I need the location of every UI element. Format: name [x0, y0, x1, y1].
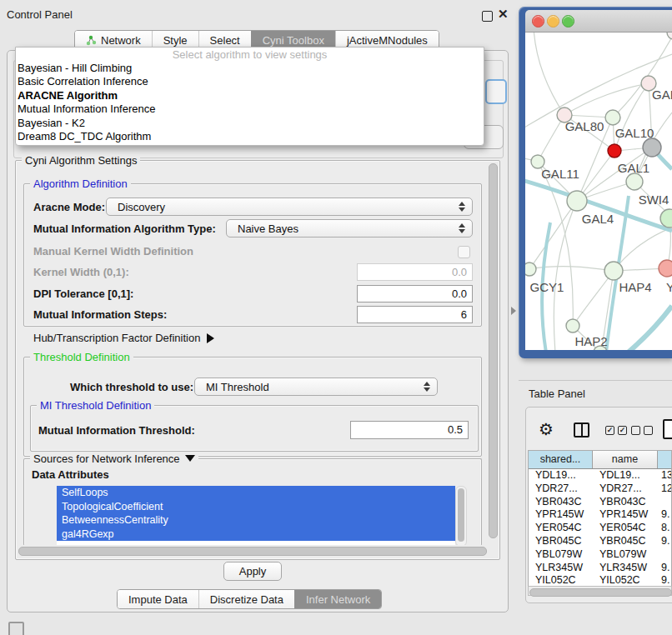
- algorithm-option[interactable]: Basic Correlation Inference: [16, 75, 484, 88]
- attribute-list-item[interactable]: BetweennessCentrality: [57, 513, 455, 528]
- scrollbar-thumb[interactable]: [489, 163, 498, 538]
- apply-button[interactable]: Apply: [223, 562, 282, 581]
- aracne-mode-select[interactable]: Discovery: [106, 198, 473, 216]
- node-table: shared...nameA YDL19...YDL19...13YDR27..…: [528, 450, 672, 586]
- tab-label: Cyni Toolbox: [263, 34, 324, 47]
- column-header[interactable]: shared...: [529, 451, 593, 468]
- float-panel-icon[interactable]: [482, 11, 493, 22]
- kernel-width-field[interactable]: 0.0: [357, 263, 473, 281]
- table-row[interactable]: YBR043CYBR043C: [529, 496, 671, 509]
- close-window-icon[interactable]: [532, 15, 544, 28]
- network-node-gal4[interactable]: [567, 191, 587, 211]
- split-columns-icon[interactable]: [574, 422, 589, 438]
- attributes-list-scrollbar[interactable]: [455, 486, 467, 547]
- dpi-tolerance-field[interactable]: 0.0: [357, 285, 473, 302]
- minimized-panel-icon[interactable]: [8, 622, 24, 635]
- mi-steps-field[interactable]: 6: [357, 306, 473, 323]
- table-row[interactable]: YBR045CYBR045C9.: [529, 535, 671, 548]
- network-window-titlebar[interactable]: [525, 10, 672, 32]
- network-node-gcy1[interactable]: [525, 262, 536, 276]
- network-edge[interactable]: [613, 34, 672, 118]
- table-cell: YLR345W: [593, 562, 658, 575]
- tab-label: Style: [163, 34, 188, 47]
- refresh-button-partial[interactable]: [485, 79, 507, 104]
- table-cell: [658, 496, 672, 509]
- network-node-hap4[interactable]: [604, 262, 623, 280]
- table-horizontal-scrollbar[interactable]: [528, 586, 672, 596]
- network-node[interactable]: [667, 32, 672, 39]
- splitter-arrow-icon[interactable]: [511, 307, 516, 315]
- network-edge[interactable]: [534, 32, 564, 115]
- sources-group-title[interactable]: Sources for Network Inference: [30, 452, 198, 465]
- data-attributes-list: SelfLoopsTopologicalCoefficientBetweenne…: [57, 486, 455, 545]
- network-node[interactable]: [643, 138, 661, 157]
- table-row[interactable]: YDR27...YDR27...12: [529, 482, 671, 496]
- application-window: Control Panel ✕ Network Style Select Cyn…: [0, 0, 672, 635]
- which-threshold-select[interactable]: MI Threshold: [194, 378, 438, 396]
- tab-label: Impute Data: [128, 593, 188, 606]
- algorithm-option[interactable]: Bayesian - Hill Climbing: [16, 62, 484, 75]
- algorithm-option[interactable]: ARACNE Algorithm: [16, 89, 484, 102]
- table-row[interactable]: YIL052CYIL052C9.: [529, 574, 671, 586]
- close-panel-icon[interactable]: ✕: [498, 7, 509, 22]
- table-row[interactable]: YBL079WYBL079W: [529, 548, 671, 562]
- algorithm-option[interactable]: Dream8 DC_TDC Algorithm: [16, 130, 484, 143]
- tab-impute-data[interactable]: Impute Data: [118, 590, 198, 608]
- manual-kernel-checkbox[interactable]: [458, 246, 470, 258]
- minimize-window-icon[interactable]: [547, 15, 559, 28]
- table-cell: YDL19...: [529, 469, 593, 482]
- combo-stepper-icon: [458, 202, 465, 212]
- table-row[interactable]: YLR345WYLR345W9.: [529, 562, 671, 575]
- which-threshold-value: MI Threshold: [195, 381, 423, 393]
- network-edge[interactable]: [573, 271, 614, 326]
- table-row[interactable]: YPR145WYPR145W9.: [529, 508, 671, 522]
- node-label: Y: [666, 280, 672, 294]
- network-node-gal1[interactable]: [626, 173, 643, 190]
- mi-threshold-field[interactable]: 0.5: [350, 421, 469, 439]
- attribute-list-item[interactable]: SelfLoops: [57, 486, 455, 500]
- settings-horizontal-scrollbar[interactable]: [17, 545, 497, 556]
- network-edge[interactable]: [564, 83, 649, 115]
- tab-label: Network: [101, 34, 141, 47]
- mi-type-value: Naive Bayes: [227, 222, 458, 235]
- table-cell: YIL052C: [593, 574, 658, 586]
- hub-definition-toggle[interactable]: Hub/Transcription Factor Definition: [33, 332, 214, 344]
- combo-stepper-icon: [458, 223, 465, 233]
- network-node-y[interactable]: [659, 260, 672, 277]
- bottom-tabbar: Impute Data Discretize Data Infer Networ…: [117, 589, 382, 609]
- network-node-hap2[interactable]: [566, 319, 579, 332]
- mi-type-select[interactable]: Naive Bayes: [226, 219, 473, 238]
- tab-label: Select: [210, 34, 240, 47]
- column-header[interactable]: name: [593, 451, 658, 468]
- tab-label: Infer Network: [306, 593, 370, 606]
- scrollbar-thumb[interactable]: [529, 588, 672, 597]
- network-node-gal10[interactable]: [605, 110, 620, 125]
- table-cell: [658, 548, 672, 562]
- settings-vertical-scrollbar[interactable]: [487, 162, 498, 543]
- algorithm-option[interactable]: Mutual Information Inference: [16, 102, 484, 116]
- checked-checkbox-pair-icon[interactable]: ✓✓: [605, 426, 627, 435]
- node-label: GCY1: [530, 280, 564, 294]
- network-node-swi4[interactable]: [660, 209, 672, 228]
- network-node[interactable]: [608, 144, 621, 158]
- document-icon[interactable]: [663, 419, 672, 439]
- node-label: SWI4: [639, 192, 669, 207]
- unchecked-checkbox-pair-icon[interactable]: [631, 426, 653, 435]
- scrollbar-thumb[interactable]: [18, 547, 487, 556]
- collapsed-arrow-icon: [207, 333, 214, 343]
- table-cell: YIL052C: [529, 574, 593, 586]
- network-edge-highlighted[interactable]: [622, 306, 672, 350]
- scrollbar-thumb[interactable]: [458, 488, 464, 542]
- table-cell: YBL079W: [529, 548, 593, 562]
- zoom-window-icon[interactable]: [562, 15, 574, 28]
- attribute-list-item[interactable]: TopologicalCoefficient: [57, 500, 455, 514]
- algorithm-option[interactable]: Bayesian - K2: [16, 117, 484, 130]
- tab-discretize-data[interactable]: Discretize Data: [198, 590, 294, 608]
- column-header[interactable]: A: [658, 451, 672, 468]
- table-row[interactable]: YER054CYER054C8.: [529, 522, 671, 535]
- gear-icon[interactable]: ⚙: [539, 419, 554, 439]
- network-canvas[interactable]: GALGAL80GAL10GAL1GAL11SWI4GAL4GCY1HAP4YH…: [525, 32, 672, 350]
- attribute-list-item[interactable]: gal4RGexp: [57, 528, 455, 542]
- table-row[interactable]: YDL19...YDL19...13: [529, 469, 671, 482]
- tab-infer-network[interactable]: Infer Network: [294, 590, 381, 608]
